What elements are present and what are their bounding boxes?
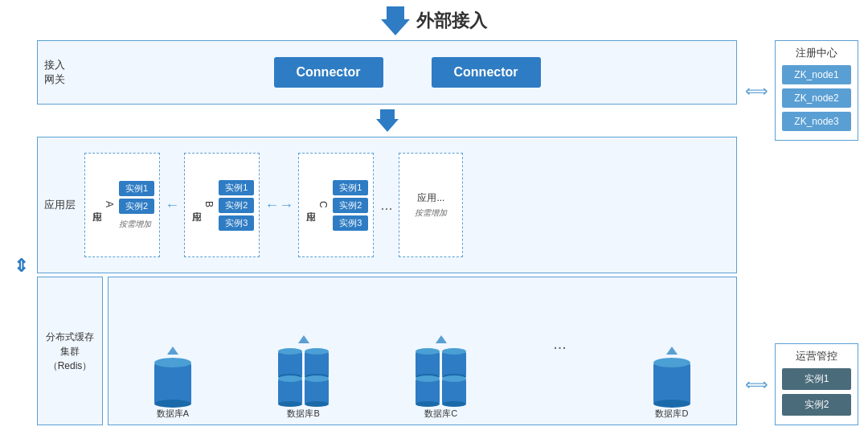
instance-badge: 实例2 (333, 198, 368, 213)
instance-badge: 实例2 (119, 199, 154, 214)
app-node-c: 应用C 实例1 实例2 实例3 (298, 153, 374, 257)
instance-badge: 实例2 (219, 198, 254, 213)
db-small-c3 (416, 379, 440, 404)
db-label-text-a: 数据库A (157, 408, 189, 420)
app-c-instances: 实例1 实例2 实例3 (333, 180, 368, 231)
db-node-c: 数据库C (416, 335, 466, 420)
db-small-c2 (442, 351, 466, 377)
ops-title: 运营管控 (782, 349, 851, 363)
registry-title: 注册中心 (782, 46, 851, 60)
app-nodes-row: 应用A 实例1 实例2 按需增加 ← 应用B 实 (84, 153, 730, 257)
bidir-h-arrow-ops: ⟺ (745, 375, 768, 394)
gateway-box: 接入 网关 Connector Connector (37, 40, 737, 105)
bottom-area: 分布式缓存集群（Redis） 数据库 (37, 277, 737, 425)
external-entry: 外部接入 (10, 6, 858, 35)
arrow-bc: ←→ (264, 197, 293, 214)
registry-box: 注册中心 ZK_node1 ZK_node2 ZK_node3 (775, 40, 858, 141)
db-group-row-c1 (416, 351, 466, 377)
scale-note-last: 按需增加 (415, 207, 447, 219)
top-title: 外部接入 (416, 9, 487, 33)
app-node-b: 应用B 实例1 实例2 实例3 (184, 153, 260, 257)
down-arrow-icon: 外部接入 (381, 6, 487, 35)
db-small-b1 (278, 351, 302, 377)
gateway-label: 接入 网关 (44, 58, 78, 87)
db-box: 数据库A (108, 277, 737, 425)
ops-instance-1: 实例1 (782, 368, 851, 390)
db-small-c4 (442, 379, 466, 404)
app-node-a: 应用A 实例1 实例2 按需增加 (84, 153, 160, 257)
main-wrapper: 外部接入 ⇕ 接入 网关 (0, 0, 868, 443)
mid-down-arrow-icon (376, 109, 399, 132)
scale-note-a: 按需增加 (119, 219, 154, 230)
instance-badge: 实例3 (219, 215, 254, 231)
connectors-row: Connector Connector (84, 57, 730, 88)
db-small-b2 (305, 351, 329, 377)
right-panels: ⟺ 注册中心 ZK_node1 ZK_node2 ZK_node3 ⟺ 运营管控… (742, 40, 858, 425)
app-node-last: 应用... 按需增加 (399, 153, 463, 257)
db-up-arrow-b (298, 335, 309, 343)
ops-box: 运营管控 实例1 实例2 (775, 343, 858, 425)
db-dots: ... (553, 334, 567, 353)
gateway-inner: Connector Connector (84, 57, 730, 88)
app-b-instances: 实例1 实例2 实例3 (219, 180, 254, 231)
db-cylinder-d (653, 363, 690, 404)
arrow-ab: ← (165, 197, 179, 214)
db-label-text-c: 数据库C (424, 408, 457, 420)
instance-badge: 实例3 (333, 215, 368, 231)
db-single-d (653, 363, 690, 404)
db-label-b-arrow (298, 335, 309, 345)
ops-instance-2: 实例2 (782, 394, 851, 416)
connector-1: Connector (274, 57, 383, 88)
app-a-instances: 实例1 实例2 按需增加 (119, 181, 154, 230)
connector-2: Connector (432, 57, 541, 88)
db-label-text-b: 数据库B (287, 408, 319, 420)
bidir-h-arrow-registry: ⟺ (745, 81, 768, 100)
db-label-text-d: 数据库D (655, 408, 688, 420)
db-small-b4 (305, 379, 329, 404)
db-group-row-b1 (278, 351, 329, 377)
app-dots: ... (380, 197, 392, 214)
app-last-name: 应用... (417, 191, 444, 205)
redis-label: 分布式缓存集群（Redis） (46, 330, 94, 373)
db-up-arrow-c (436, 335, 447, 343)
db-label-c-arrow (436, 335, 447, 345)
spacer (742, 149, 858, 335)
db-single-a (154, 363, 191, 404)
app-a-name: 应用A (90, 201, 115, 209)
app-layer-box: 应用层 应用A 实例1 实例2 按需增加 ← (37, 137, 737, 273)
db-node-d: 数据库D (653, 347, 690, 420)
instance-badge: 实例1 (219, 180, 254, 195)
app-b-name: 应用B (190, 201, 215, 209)
db-up-arrow-a (167, 347, 178, 355)
redis-box: 分布式缓存集群（Redis） (37, 277, 103, 425)
instance-badge: 实例1 (333, 180, 368, 195)
db-label-a (167, 347, 178, 356)
mid-down-arrow-container (37, 108, 737, 133)
instance-badge: 实例1 (119, 181, 154, 196)
db-up-arrow-d (666, 347, 678, 355)
registry-row: ⟺ 注册中心 ZK_node1 ZK_node2 ZK_node3 (742, 40, 858, 141)
zk-node-2: ZK_node2 (782, 88, 851, 108)
app-c-name: 应用C (304, 201, 329, 210)
db-small-c1 (416, 351, 440, 377)
db-node-b: 数据库B (278, 335, 329, 420)
db-group-c (416, 351, 466, 404)
ops-row: ⟺ 运营管控 实例1 实例2 (742, 343, 858, 425)
zk-node-1: ZK_node1 (782, 65, 851, 84)
db-label-d-arrow (666, 347, 678, 356)
db-group-b (278, 351, 329, 404)
db-node-a: 数据库A (154, 347, 191, 420)
big-down-arrow-icon (381, 6, 410, 35)
db-cylinder-a (154, 363, 191, 404)
app-layer-label: 应用层 (44, 198, 78, 212)
db-small-b3 (278, 379, 302, 404)
db-group-row-c2 (416, 379, 466, 404)
db-group-row-b2 (278, 379, 329, 404)
zk-node-3: ZK_node3 (782, 112, 851, 131)
vertical-bidir-arrow: ⇕ (10, 246, 32, 286)
